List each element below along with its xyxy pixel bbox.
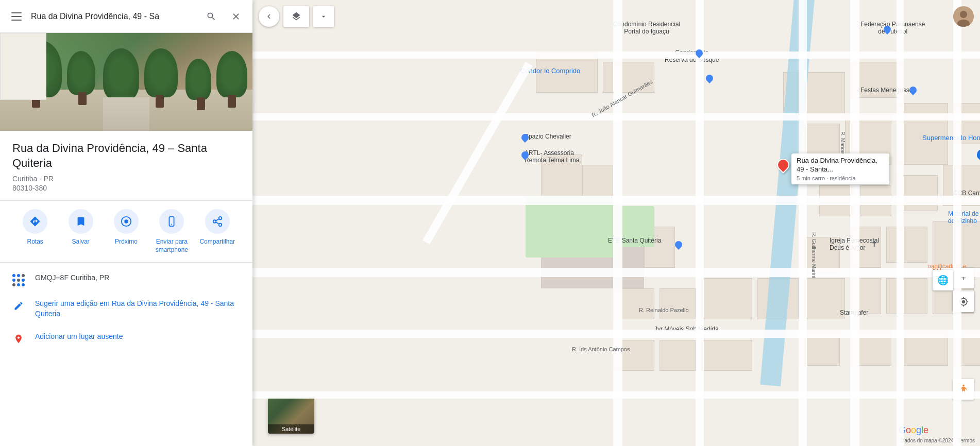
edit-icon <box>12 300 25 312</box>
svg-point-11 <box>962 385 965 387</box>
location-pin[interactable]: Rua da Divina Providência, 49 - Santa...… <box>777 159 789 171</box>
svg-point-9 <box>960 11 967 18</box>
left-panel: Rua da Divina Providência, 49 – Santa Qu… <box>0 0 252 446</box>
satellite-label: Satélite <box>268 424 314 434</box>
actions-section: Rotas Salvar Próximo Enviar para smartph… <box>0 201 252 263</box>
enviar-icon <box>159 209 184 234</box>
svg-line-7 <box>216 219 219 221</box>
address-title: Rua da Divina Providência, 49 – Santa Qu… <box>12 141 240 170</box>
rotas-button[interactable]: Rotas <box>14 209 56 254</box>
pin-tooltip-subtitle: 5 min carro · residência <box>797 175 884 181</box>
plus-code-text: GMQJ+8F Curitiba, PR <box>35 273 109 283</box>
suggest-edit-item[interactable]: Sugerir uma edição em Rua da Divina Prov… <box>0 293 252 325</box>
svg-point-1 <box>124 220 128 224</box>
proximo-button[interactable]: Próximo <box>106 209 147 254</box>
close-button[interactable] <box>226 6 246 27</box>
svg-point-4 <box>213 220 216 223</box>
salvar-button[interactable]: Salvar <box>60 209 102 254</box>
street-iris-label: R. Íris Antônio Campos <box>572 346 630 352</box>
enviar-button[interactable]: Enviar para smartphone <box>151 209 192 254</box>
rotas-label: Rotas <box>27 238 43 246</box>
street-view-image[interactable] <box>0 33 252 131</box>
salvar-label: Salvar <box>72 238 90 246</box>
rotas-icon <box>23 209 47 234</box>
svg-point-3 <box>219 217 222 220</box>
satellite-thumbnail[interactable]: Satélite <box>268 398 314 434</box>
layers-button[interactable] <box>283 6 309 27</box>
svg-point-5 <box>219 224 222 227</box>
address-zip: 80310-380 <box>12 184 240 192</box>
search-input[interactable] <box>31 12 197 21</box>
info-list: GMQJ+8F Curitiba, PR Sugerir uma edição … <box>0 263 252 446</box>
pin-tooltip-title: Rua da Divina Providência, 49 - Santa... <box>797 157 884 174</box>
location-add-icon <box>12 333 25 345</box>
pin-tooltip: Rua da Divina Providência, 49 - Santa...… <box>791 153 889 184</box>
back-arrow-button[interactable] <box>259 6 279 27</box>
add-missing-item[interactable]: Adicionar um lugar ausente <box>0 325 252 351</box>
enviar-label: Enviar para smartphone <box>151 238 192 254</box>
plus-code-icon <box>12 274 25 286</box>
layers-more-button[interactable] <box>313 6 334 27</box>
svg-line-6 <box>216 222 219 225</box>
search-button[interactable] <box>201 6 222 27</box>
compartilhar-icon <box>205 209 230 234</box>
plus-code-item[interactable]: GMQJ+8F Curitiba, PR <box>0 267 252 293</box>
search-input-container <box>31 12 197 21</box>
salvar-icon <box>69 209 93 234</box>
menu-button[interactable] <box>6 6 27 27</box>
user-avatar[interactable] <box>953 6 974 27</box>
map-top-bar <box>252 0 980 33</box>
compartilhar-button[interactable]: Compartilhar <box>197 209 238 254</box>
proximo-label: Próximo <box>115 238 138 246</box>
compartilhar-label: Compartilhar <box>199 238 235 246</box>
search-bar <box>0 0 252 33</box>
proximo-icon <box>114 209 139 234</box>
map-area[interactable]: Condor lo Comprido Condomínio Residencia… <box>252 0 980 446</box>
street-guilherme-label: R. Guilherme Marini <box>811 232 817 278</box>
street-reinaldo-label: R. Reinaldo Pazello <box>639 307 689 313</box>
address-city: Curitiba - PR <box>12 175 240 183</box>
add-missing-text: Adicionar um lugar ausente <box>35 332 123 342</box>
suggest-edit-text: Sugerir uma edição em Rua da Divina Prov… <box>35 299 240 319</box>
map-terms: Dados do mapa ©2024 · Termos <box>901 438 975 443</box>
globe-icon: 🌐 <box>933 270 953 290</box>
address-section: Rua da Divina Providência, 49 – Santa Qu… <box>0 131 252 201</box>
church-symbol: ✝ <box>871 239 877 249</box>
